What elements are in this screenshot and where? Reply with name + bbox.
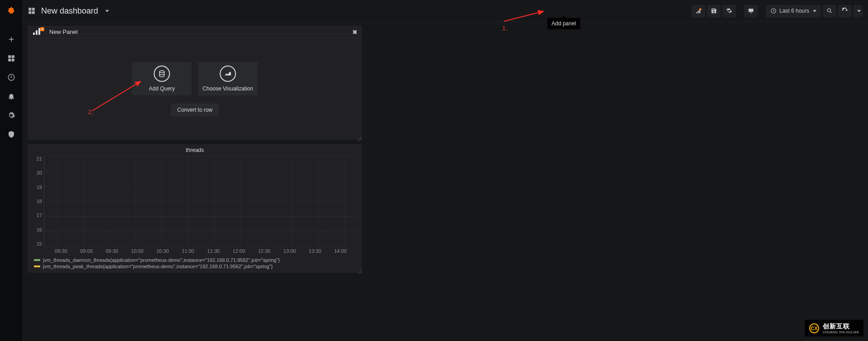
server-admin-icon[interactable] (7, 130, 16, 139)
legend-swatch (34, 259, 40, 261)
legend-label: jvm_threads_daemon_threads{application="… (43, 257, 280, 263)
panel-add-icon (32, 27, 45, 37)
choose-visualization-label: Choose Visualization (203, 85, 253, 92)
chevron-down-icon (857, 10, 861, 12)
refresh-interval-button[interactable] (854, 5, 863, 17)
chart-grid (44, 156, 358, 246)
grafana-logo[interactable] (0, 0, 22, 22)
resize-handle[interactable] (358, 135, 361, 139)
add-query-card[interactable]: Add Query (132, 62, 192, 95)
legend-swatch (34, 265, 40, 267)
threads-panel: threads 21201918171615 08:3009:0009:3010… (28, 144, 362, 273)
sidebar (0, 0, 22, 341)
tooltip-add-panel: Add panel (547, 18, 580, 29)
chevron-down-icon (105, 10, 109, 12)
time-range-label: Last 6 hours (779, 8, 809, 14)
topbar: New dashboard Last 6 hours (22, 0, 868, 22)
watermark-icon: CX (809, 323, 819, 333)
svg-point-5 (160, 71, 165, 73)
chart-title: threads (28, 144, 362, 156)
legend-item[interactable]: jvm_threads_daemon_threads{application="… (34, 257, 358, 263)
chevron-down-icon (813, 10, 816, 12)
legend-label: jvm_threads_peak_threads{application="pr… (43, 264, 273, 269)
resize-handle[interactable] (358, 268, 361, 272)
add-panel-button[interactable] (692, 5, 705, 17)
refresh-button[interactable] (838, 5, 852, 17)
y-axis: 21201918171615 (32, 156, 44, 246)
alerting-icon[interactable] (7, 92, 16, 101)
dashboard-title-container[interactable]: New dashboard (28, 6, 109, 16)
create-icon[interactable] (7, 35, 16, 44)
zoom-out-button[interactable] (823, 5, 836, 17)
database-icon (154, 66, 170, 82)
explore-icon[interactable] (7, 73, 16, 82)
chart-plot-area[interactable]: 21201918171615 (32, 156, 358, 246)
configuration-icon[interactable] (7, 111, 16, 120)
choose-visualization-card[interactable]: Choose Visualization (198, 62, 258, 95)
save-button[interactable] (707, 5, 721, 17)
watermark: CX 创新互联 CHUANG XIN HULIAN (805, 320, 863, 336)
watermark-text: 创新互联 (823, 322, 859, 331)
add-query-label: Add Query (149, 85, 175, 92)
view-mode-button[interactable] (744, 5, 758, 17)
dashboard-title: New dashboard (41, 6, 98, 16)
time-range-button[interactable]: Last 6 hours (766, 5, 821, 17)
convert-to-row-button[interactable]: Convert to row (171, 104, 219, 116)
legend-item[interactable]: jvm_threads_peak_threads{application="pr… (34, 264, 358, 269)
svg-point-3 (827, 9, 830, 12)
panel-title: New Panel (49, 28, 78, 35)
dashboard-icon (28, 7, 36, 15)
new-panel: New Panel ✖ Add Query Choose V (28, 26, 362, 140)
chart-icon (220, 66, 236, 82)
close-icon[interactable]: ✖ (352, 28, 358, 36)
watermark-subtext: CHUANG XIN HULIAN (823, 331, 859, 334)
x-axis: 08:3009:0009:3010:0010:3011:0011:3012:00… (48, 248, 353, 254)
dashboards-icon[interactable] (7, 54, 16, 63)
chart-legend: jvm_threads_daemon_threads{application="… (34, 257, 358, 269)
settings-button[interactable] (722, 5, 736, 17)
